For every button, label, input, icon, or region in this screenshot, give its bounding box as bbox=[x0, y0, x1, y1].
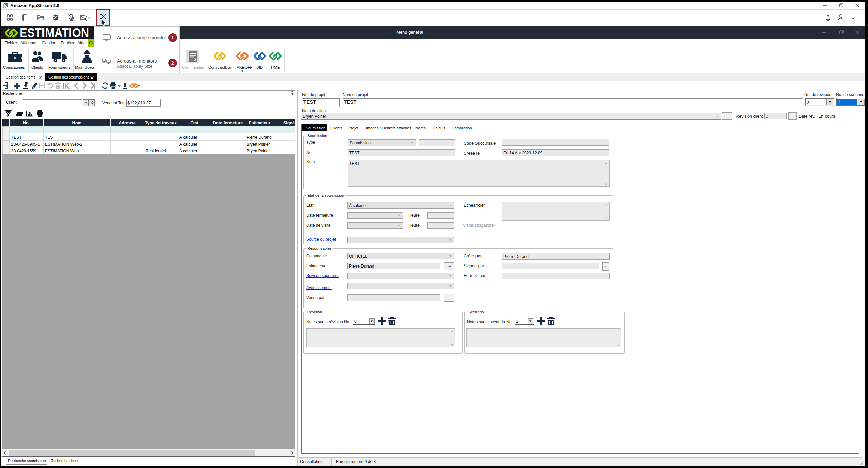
svg-text:$: $ bbox=[194, 57, 196, 62]
